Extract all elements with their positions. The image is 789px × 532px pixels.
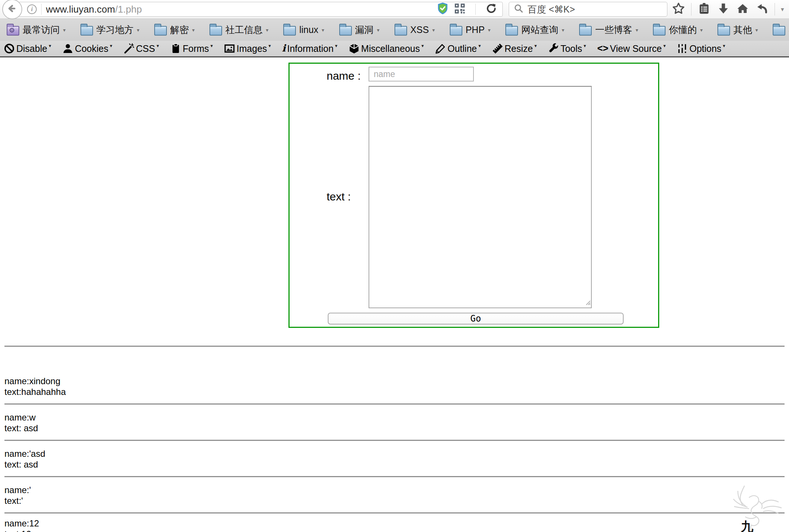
chevron-down-icon: ▾ [755, 27, 758, 33]
devtool-tools-menu[interactable]: Tools ▾ [548, 42, 586, 55]
toolbar-overflow-chevron-icon[interactable]: ▾ [781, 6, 784, 13]
devtool-options-menu[interactable]: Options ▾ [677, 42, 725, 55]
devtool-miscellaneous-menu[interactable]: Miscellaneous ▾ [349, 42, 424, 55]
site-info-icon[interactable]: i [27, 4, 37, 14]
resize-grip-icon[interactable] [585, 299, 591, 307]
bookmark-star-icon[interactable] [672, 2, 685, 17]
page-content: name : text : Go name:xindongtext:hahaha… [0, 63, 789, 532]
devtool-forms-menu[interactable]: Forms ▾ [170, 42, 213, 55]
message-list: name:xindongtext:hahahahha name:wtext: a… [4, 346, 785, 532]
bookmark-folder-other[interactable]: 其他 ▾ [717, 24, 758, 36]
folder-icon [154, 26, 167, 36]
chevron-down-icon: ▾ [377, 27, 380, 33]
list-item: name:xindongtext:hahahahha [4, 376, 785, 397]
chevron-down-icon: ▾ [268, 42, 271, 50]
bookmark-folder-vulns[interactable]: 漏洞 ▾ [339, 24, 380, 36]
entry-name: name:12 [4, 518, 39, 528]
divider [4, 476, 785, 477]
chevron-down-icon: ▾ [322, 27, 324, 33]
chevron-down-icon: ▾ [266, 27, 268, 33]
entry-name: name:' [4, 485, 31, 495]
folder-icon [283, 26, 296, 36]
bookmark-folder-xss[interactable]: XSS ▾ [394, 24, 435, 36]
bookmark-folder-most-visited[interactable]: ⚙ 最常访问 ▾ [7, 24, 66, 36]
devtool-outline-menu[interactable]: Outline ▾ [435, 42, 481, 55]
devtool-css-menu[interactable]: CSS ▾ [123, 42, 159, 55]
entry-text: text:12 [4, 529, 31, 532]
search-bar[interactable]: 百度 <⌘K> [509, 2, 667, 17]
web-developer-toolbar: Disable ▾ Cookies ▾ CSS ▾ Forms ▾ Images… [0, 41, 789, 57]
back-arrow-icon [7, 3, 18, 16]
user-silhouette-icon [62, 43, 73, 54]
back-button[interactable] [2, 0, 22, 19]
entry-name: name:'asd [4, 449, 45, 459]
bookmark-folder-php[interactable]: PHP ▾ [450, 24, 491, 36]
bookmark-folder-you-know[interactable]: 你懂的 ▾ [653, 24, 703, 36]
list-item: name:'asdtext: asd [4, 448, 785, 470]
reload-icon[interactable] [485, 3, 497, 16]
devtool-view-source-menu[interactable]: <> View Source ▾ [597, 42, 666, 55]
home-icon[interactable] [736, 2, 749, 17]
devtool-information-menu[interactable]: i Information ▾ [282, 42, 337, 55]
entry-name: name:w [4, 412, 36, 422]
chevron-down-icon: ▾ [110, 42, 112, 50]
chevron-down-icon: ▾ [636, 27, 638, 33]
disable-icon [4, 43, 15, 54]
bookmarks-toolbar: ⚙ 最常访问 ▾ 学习地方 ▾ 解密 ▾ 社工信息 ▾ linux ▾ 漏洞 ▾… [0, 19, 789, 41]
downloads-icon[interactable] [717, 2, 730, 17]
chevron-down-icon: ▾ [723, 42, 726, 50]
security-shield-icon[interactable] [437, 2, 449, 17]
list-item: name:'text:' [4, 485, 785, 506]
name-input[interactable] [369, 67, 474, 82]
folder-icon [773, 26, 785, 36]
divider [475, 4, 476, 15]
divider [691, 3, 691, 16]
entry-text: text:' [4, 496, 23, 506]
chevron-down-icon: ▾ [49, 42, 51, 50]
smart-folder-icon: ⚙ [7, 26, 19, 36]
url-domain: www.liuyan.com [46, 4, 115, 15]
chevron-down-icon: ▾ [584, 42, 586, 50]
folder-icon [209, 26, 222, 36]
search-icon [514, 3, 524, 15]
url-bar[interactable]: i www.liuyan.com/1.php [13, 2, 503, 17]
chevron-down-icon: ▾ [156, 42, 159, 50]
folder-icon [339, 26, 352, 36]
picture-icon [224, 43, 235, 54]
devtool-resize-menu[interactable]: Resize ▾ [492, 42, 537, 55]
chevron-down-icon: ▾ [432, 27, 435, 33]
chevron-down-icon: ▾ [421, 42, 424, 50]
devtool-disable-menu[interactable]: Disable ▾ [4, 42, 51, 55]
sliders-icon [677, 43, 688, 54]
message-form: name : text : Go [288, 63, 659, 328]
folder-icon [505, 26, 518, 36]
bookmark-folder-blogs[interactable]: 一些博客 ▾ [579, 24, 638, 36]
bookmark-folder-linux[interactable]: linux ▾ [283, 24, 324, 36]
chevron-down-icon: ▾ [488, 27, 491, 33]
bookmark-folder-social-info[interactable]: 社工信息 ▾ [209, 24, 268, 36]
chevron-down-icon: ▾ [534, 42, 537, 50]
undo-icon[interactable] [755, 2, 769, 17]
magic-wand-icon [123, 43, 135, 54]
divider [4, 512, 785, 513]
ruler-icon [492, 43, 503, 54]
qr-code-icon[interactable] [454, 3, 466, 16]
divider [4, 346, 785, 347]
go-button[interactable]: Go [328, 313, 624, 325]
devtool-cookies-menu[interactable]: Cookies ▾ [62, 42, 112, 55]
navigation-toolbar: i www.liuyan.com/1.php 百度 <⌘K> [0, 0, 789, 19]
entry-text: text: asd [4, 423, 38, 433]
entry-text: text: asd [4, 459, 38, 469]
devtool-images-menu[interactable]: Images ▾ [224, 42, 271, 55]
bookmark-folder-site-query[interactable]: 网站查询 ▾ [505, 24, 564, 36]
entry-name: name:xindong [4, 376, 60, 386]
bookmark-folder-online-security-check[interactable]: 在线安全检测 ▾ [773, 24, 789, 36]
folder-icon [653, 26, 666, 36]
text-textarea[interactable] [369, 86, 592, 308]
pencil-icon [435, 43, 446, 54]
chevron-down-icon: ▾ [700, 27, 703, 33]
bookmarks-menu-icon[interactable] [697, 2, 711, 17]
divider [4, 440, 785, 441]
bookmark-folder-study[interactable]: 学习地方 ▾ [80, 24, 139, 36]
bookmark-folder-decrypt[interactable]: 解密 ▾ [154, 24, 195, 36]
